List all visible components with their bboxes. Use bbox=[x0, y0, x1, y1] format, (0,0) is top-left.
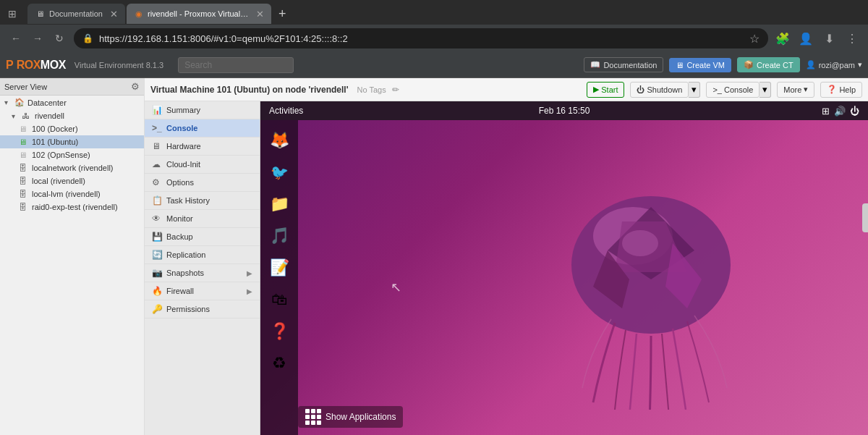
menu-item-taskhistory[interactable]: 📋 Task History bbox=[145, 192, 260, 210]
power-icon[interactable]: ⏻ bbox=[850, 106, 859, 117]
sidebar-item-vm102[interactable]: 🖥 102 (OpnSense) bbox=[0, 148, 144, 161]
dock-item-rhythmbox[interactable]: 🎵 bbox=[265, 221, 294, 250]
options-label: Options bbox=[166, 178, 194, 187]
menu-item-cloudinit[interactable]: ☁ Cloud-Init bbox=[145, 156, 260, 174]
vm100-label: 100 (Docker) bbox=[32, 124, 78, 133]
shutdown-dropdown[interactable]: ▾ bbox=[689, 82, 700, 98]
console-dropdown[interactable]: ▾ bbox=[760, 82, 771, 98]
sidebar-item-localnet[interactable]: 🗄 localnetwork (rivendell) bbox=[0, 161, 144, 174]
sidebar-item-raid0[interactable]: 🗄 raid0-exp-test (rivendell) bbox=[0, 200, 144, 214]
forward-button[interactable]: → bbox=[27, 28, 48, 48]
writer-icon: 📝 bbox=[270, 258, 289, 277]
firewall-label: Firewall bbox=[166, 287, 194, 295]
menu-item-backup[interactable]: 💾 Backup bbox=[145, 228, 260, 246]
network-icon[interactable]: ⊞ bbox=[822, 106, 830, 117]
backup-label: Backup bbox=[166, 232, 193, 241]
ubuntu-system-icons: ⊞ 🔊 ⏻ bbox=[822, 106, 859, 117]
tab-proxmox[interactable]: ◉ rivendell - Proxmox Virtual Env... ✕ bbox=[127, 4, 271, 24]
start-button[interactable]: ▶ Start bbox=[587, 82, 624, 98]
tag-edit-icon[interactable]: ✏ bbox=[392, 85, 399, 95]
menu-item-replication[interactable]: 🔄 Replication bbox=[145, 246, 260, 264]
sidebar-item-rivendell[interactable]: ▾ 🖧 rivendell bbox=[0, 109, 144, 122]
expand-icon: ▾ bbox=[12, 112, 19, 120]
console-icon: >_ bbox=[712, 85, 722, 94]
dock-item-trash[interactable]: ♻ bbox=[265, 349, 294, 378]
menu-item-summary[interactable]: 📊 Summary bbox=[145, 101, 260, 119]
profile-icon[interactable]: 👤 bbox=[796, 28, 816, 48]
tab-close-proxmox[interactable]: ✕ bbox=[256, 9, 264, 20]
more-icon: ▾ bbox=[804, 85, 808, 94]
user-icon: 👤 bbox=[806, 60, 816, 69]
dock-item-files[interactable]: 📁 bbox=[265, 190, 294, 219]
browser-chrome: ⊞ 🖥 Documentation ✕ ◉ rivendell - Proxmo… bbox=[0, 0, 868, 52]
new-tab-button[interactable]: + bbox=[273, 5, 292, 23]
extensions-icon[interactable]: 🧩 bbox=[773, 28, 793, 48]
browser-action-icons: 🧩 👤 ⬇ ⋮ bbox=[773, 28, 862, 48]
sidebar-item-vm101[interactable]: 🖥 101 (Ubuntu) bbox=[0, 135, 144, 148]
show-applications-button[interactable]: Show Applications bbox=[298, 406, 403, 428]
back-button[interactable]: ← bbox=[6, 28, 26, 48]
menu-item-permissions[interactable]: 🔑 Permissions bbox=[145, 300, 260, 318]
menu-item-console[interactable]: >_ Console bbox=[145, 119, 260, 138]
console-label: Console bbox=[166, 124, 197, 132]
shutdown-button[interactable]: ⏻ Shutdown bbox=[630, 82, 689, 98]
vm-tags: No Tags bbox=[357, 85, 386, 94]
summary-icon: 📊 bbox=[152, 105, 162, 115]
more-button[interactable]: More ▾ bbox=[777, 82, 814, 98]
taskhistory-label: Task History bbox=[166, 196, 210, 205]
vm-icon: 🖥 bbox=[19, 138, 29, 146]
firewall-icon: 🔥 bbox=[152, 286, 162, 296]
dock-item-writer[interactable]: 📝 bbox=[265, 253, 294, 282]
menu-item-options[interactable]: ⚙ Options bbox=[145, 174, 260, 192]
user-menu[interactable]: 👤 rozi@pam ▾ bbox=[806, 60, 862, 69]
create-vm-button[interactable]: 🖥 Create VM bbox=[669, 58, 731, 72]
nav-buttons: ← → ↻ bbox=[6, 28, 69, 48]
dock-item-thunderbird[interactable]: 🐦 bbox=[265, 158, 294, 187]
vm101-label: 101 (Ubuntu) bbox=[32, 138, 78, 146]
help-button[interactable]: ❓ Help bbox=[820, 82, 862, 98]
pve-search-input[interactable] bbox=[178, 57, 294, 73]
menu-item-hardware[interactable]: 🖥 Hardware bbox=[145, 138, 260, 156]
refresh-button[interactable]: ↻ bbox=[49, 28, 69, 48]
ubuntu-wallpaper: ↖ bbox=[260, 120, 868, 435]
snapshots-icon: 📷 bbox=[152, 268, 162, 278]
collapse-handle[interactable] bbox=[862, 203, 868, 232]
dock-item-help[interactable]: ❓ bbox=[265, 317, 294, 346]
menu-item-snapshots[interactable]: 📷 Snapshots ▶ bbox=[145, 264, 260, 282]
download-icon[interactable]: ⬇ bbox=[819, 28, 839, 48]
vm-console[interactable]: Activities Feb 16 15:50 ⊞ 🔊 ⏻ bbox=[260, 101, 868, 435]
sidebar-item-datacenter[interactable]: ▾ 🏠 Datacenter bbox=[0, 96, 144, 109]
menu-item-firewall[interactable]: 🔥 Firewall ▶ bbox=[145, 282, 260, 300]
monitor-icon: 👁 bbox=[152, 214, 162, 224]
speaker-icon[interactable]: 🔊 bbox=[834, 106, 846, 117]
bookmark-icon[interactable]: ☆ bbox=[749, 32, 760, 46]
vm-icon: 🖥 bbox=[19, 124, 29, 133]
pve-main: Server View ⚙ ▾ 🏠 Datacenter ▾ 🖧 rivende… bbox=[0, 78, 868, 435]
sidebar-item-local[interactable]: 🗄 local (rivendell) bbox=[0, 174, 144, 187]
datacenter-icon: 🏠 bbox=[14, 98, 25, 107]
address-input[interactable] bbox=[99, 33, 744, 44]
sidebar-item-vm100[interactable]: 🖥 100 (Docker) bbox=[0, 122, 144, 135]
console-button[interactable]: >_ Console bbox=[706, 82, 760, 98]
ubuntu-activities[interactable]: Activities bbox=[269, 106, 303, 116]
tab-dell[interactable]: 🖥 Documentation ✕ bbox=[27, 4, 125, 24]
ct-icon: 📦 bbox=[744, 60, 754, 69]
menu-icon[interactable]: ⋮ bbox=[842, 28, 862, 48]
documentation-button[interactable]: 📖 Documentation bbox=[584, 57, 663, 72]
storage-icon: 🗄 bbox=[19, 164, 29, 172]
pve-version: Virtual Environment 8.1.3 bbox=[75, 61, 163, 69]
appstore-icon: 🛍 bbox=[271, 290, 287, 309]
create-ct-button[interactable]: 📦 Create CT bbox=[737, 57, 800, 72]
jellyfish-image bbox=[506, 164, 796, 410]
sidebar-settings-icon[interactable]: ⚙ bbox=[131, 81, 140, 92]
dock-item-appstore[interactable]: 🛍 bbox=[265, 285, 294, 314]
sidebar-item-locallvm[interactable]: 🗄 local-lvm (rivendell) bbox=[0, 187, 144, 200]
dock-item-firefox[interactable]: 🦊 bbox=[265, 126, 294, 155]
tab-close-dell[interactable]: ✕ bbox=[110, 9, 118, 20]
ubuntu-dock: 🦊 🐦 📁 🎵 📝 bbox=[260, 120, 298, 435]
window-icon[interactable]: ⊞ bbox=[3, 4, 22, 23]
permissions-icon: 🔑 bbox=[152, 304, 162, 314]
replication-label: Replication bbox=[166, 250, 205, 259]
tab-bar: ⊞ 🖥 Documentation ✕ ◉ rivendell - Proxmo… bbox=[0, 0, 868, 25]
menu-item-monitor[interactable]: 👁 Monitor bbox=[145, 210, 260, 228]
